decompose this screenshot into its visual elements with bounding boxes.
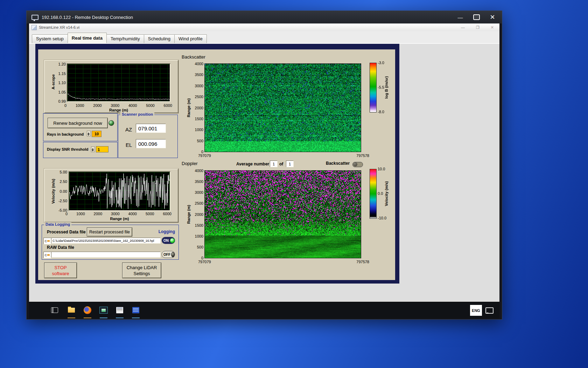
rays-spinner[interactable] xyxy=(87,131,91,136)
app-minimize-icon[interactable]: — xyxy=(461,25,465,29)
processed-logging-toggle[interactable]: ON xyxy=(162,237,175,244)
tab-scheduling[interactable]: Scheduling xyxy=(144,34,175,43)
of-label: of xyxy=(279,162,283,166)
folder-icon xyxy=(47,254,50,256)
tick-label: 1000 xyxy=(195,234,203,238)
close-icon[interactable]: ✕ xyxy=(487,13,498,22)
background-status-led xyxy=(108,120,114,126)
restart-processed-file-button[interactable]: Restart processed file xyxy=(87,227,132,237)
scan-scheduler-button[interactable] xyxy=(115,306,124,315)
data-logging-group: Data Logging Processed Data file Restart… xyxy=(42,225,179,260)
snr-spinner[interactable] xyxy=(91,146,95,152)
task-view-button[interactable] xyxy=(50,306,59,315)
processed-path-input[interactable] xyxy=(51,238,161,244)
average-number-field[interactable]: 1 xyxy=(270,161,278,167)
tick-label: 1000 xyxy=(76,103,84,108)
stop-software-button[interactable]: STOP software xyxy=(44,263,77,278)
maximize-icon[interactable] xyxy=(471,13,482,22)
tab-real-time-data[interactable]: Real time data xyxy=(68,33,107,43)
tick-label: 3000 xyxy=(195,190,203,195)
tick-label: 5000 xyxy=(146,212,154,216)
backscatter-display-toggle[interactable] xyxy=(352,162,363,167)
doppler-y-ticks: 40003500300025002000150010005000 xyxy=(189,169,203,260)
rays-in-background-label: Rays in background xyxy=(47,132,84,136)
raw-drive-selector[interactable]: C xyxy=(43,252,51,258)
a-scope-plot-area xyxy=(67,63,170,102)
doppler-x-ticks: 797079797578 xyxy=(198,260,369,264)
a-scope-y-ticks: 1.201.151.101.050.99 xyxy=(52,62,66,103)
labview-vi-icon xyxy=(31,25,37,30)
display-app-button[interactable] xyxy=(99,306,108,315)
running-indicator xyxy=(100,318,107,318)
snr-threshold-group: Display SNR threshold 1 xyxy=(43,142,118,158)
velocity-plot-area xyxy=(69,171,170,211)
app-window-title: StreamLine XR v14-6.vi xyxy=(39,25,79,29)
renew-background-button[interactable]: Renew background now xyxy=(48,118,108,128)
raw-path-input[interactable] xyxy=(51,252,161,258)
rdp-titlebar[interactable]: 192.168.0.122 - Remote Desktop Connectio… xyxy=(27,11,502,23)
change-line1: Change LiDAR xyxy=(127,265,157,271)
tick-label: 5.00 xyxy=(60,170,67,174)
average-total-field[interactable]: 1 xyxy=(286,161,294,167)
data-logging-title: Data Logging xyxy=(44,222,71,226)
tick-label: 1000 xyxy=(76,212,85,216)
rays-value-field[interactable]: 10 xyxy=(92,131,102,137)
maximize-box-icon xyxy=(473,14,480,20)
tick-label: 2000 xyxy=(93,103,102,108)
tick-label: 2500 xyxy=(195,201,203,205)
tab-temp-humidity[interactable]: Temp/humidity xyxy=(106,34,144,43)
taskbar: ENG xyxy=(29,302,499,319)
notification-icon xyxy=(485,307,493,314)
tab-wind-profile[interactable]: Wind profile xyxy=(174,34,207,43)
backscatter-x-ticks: 797079797578 xyxy=(198,154,369,158)
tick-label: 1.15 xyxy=(58,71,66,76)
tick-label: 2500 xyxy=(195,95,203,99)
spinner-down-icon[interactable] xyxy=(91,149,94,152)
tick-label: 1.05 xyxy=(58,90,66,94)
minimize-icon[interactable]: — xyxy=(455,13,465,22)
file-explorer-button[interactable] xyxy=(67,306,76,315)
tick-label: -5.5 xyxy=(378,85,384,89)
app-close-icon[interactable]: ✕ xyxy=(491,25,494,30)
a-scope-x-axis-label: Range (m) xyxy=(67,108,170,112)
average-number-label: Average number xyxy=(236,162,269,166)
spinner-up-icon[interactable] xyxy=(87,131,90,134)
doppler-heatmap xyxy=(205,171,361,258)
notification-center-button[interactable] xyxy=(485,307,493,314)
app-titlebar[interactable]: StreamLine XR v14-6.vi — ❐ ✕ xyxy=(29,23,499,32)
tick-label: 4000 xyxy=(195,62,203,66)
firefox-button[interactable] xyxy=(83,306,92,315)
tick-label: 1.10 xyxy=(58,81,66,85)
app-window-controls: — ❐ ✕ xyxy=(461,23,494,31)
change-lidar-settings-button[interactable]: Change LiDAR Settings xyxy=(122,263,161,278)
tick-label: 4000 xyxy=(128,212,137,216)
tick-label: 797578 xyxy=(356,154,369,158)
running-indicator xyxy=(116,318,124,318)
processed-drive-selector[interactable]: C xyxy=(43,238,51,244)
velocity-x-ticks: 0100020003000400050006000 xyxy=(65,212,172,216)
tick-label: 0.0 xyxy=(378,191,383,196)
tick-label: 6000 xyxy=(164,103,172,108)
logging-off-led xyxy=(171,252,175,257)
app-maximize-icon[interactable]: ❐ xyxy=(476,25,479,30)
tick-label: 0.00 xyxy=(60,189,67,193)
tick-label: 3000 xyxy=(111,212,119,216)
rdp-window-title: 192.168.0.122 - Remote Desktop Connectio… xyxy=(42,15,133,20)
schedule-app-button[interactable] xyxy=(131,306,140,315)
language-indicator[interactable]: ENG xyxy=(470,305,482,316)
el-label: EL xyxy=(126,142,132,148)
tick-label: 10.0 xyxy=(378,167,385,171)
snr-value-field[interactable]: 1 xyxy=(96,146,108,152)
tick-label: -10.0 xyxy=(378,216,386,220)
scan-scheduler-icon xyxy=(116,307,123,313)
velocity-plot xyxy=(69,172,170,210)
remote-screen: StreamLine XR v14-6.vi — ❐ ✕ System setu… xyxy=(29,23,499,319)
raw-logging-toggle[interactable]: OFF xyxy=(162,251,175,258)
tab-system-setup[interactable]: System setup xyxy=(32,34,68,43)
spinner-up-icon[interactable] xyxy=(91,147,94,149)
velocity-y-ticks: 5.002.500.00-2.50-5.00 xyxy=(53,170,67,212)
schedule-app-icon xyxy=(132,307,139,313)
processed-data-file-label: Processed Data file xyxy=(47,230,86,234)
tick-label: -3.0 xyxy=(378,61,384,65)
spinner-down-icon[interactable] xyxy=(87,134,90,136)
